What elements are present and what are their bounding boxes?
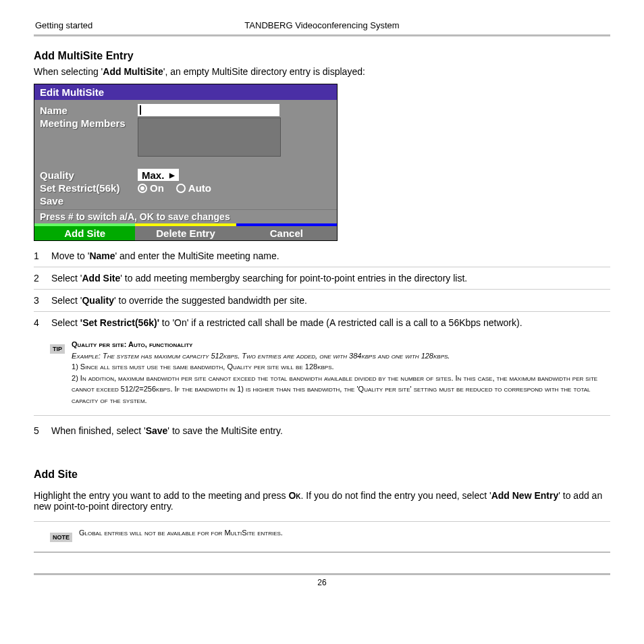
- delete-entry-button[interactable]: Delete Entry: [135, 223, 236, 240]
- quality-selector[interactable]: Max. ▶: [138, 169, 179, 181]
- page-number: 26: [34, 578, 610, 587]
- add-site-button[interactable]: Add Site: [34, 223, 135, 240]
- step-3: 3 Select 'Quality' to override the sugge…: [34, 290, 610, 312]
- step-1: 1 Move to 'Name' and enter the MultiSite…: [34, 245, 610, 267]
- intro-text: When selecting 'Add MultiSite', an empty…: [34, 66, 610, 77]
- edit-multisite-dialog: Edit MultiSite Name Meeting Members Qual…: [34, 84, 338, 241]
- dialog-title: Edit MultiSite: [34, 84, 337, 100]
- name-input[interactable]: [138, 104, 279, 116]
- section-title-add-site: Add Site: [34, 468, 610, 481]
- restrict-auto-radio[interactable]: Auto: [176, 182, 211, 194]
- steps-list: 1 Move to 'Name' and enter the MultiSite…: [34, 245, 610, 333]
- step-5: 5 When finished, select 'Save' to save t…: [34, 416, 610, 441]
- members-listbox[interactable]: [138, 117, 281, 157]
- tip-line3: 2) In addition, maximum bandwidth per si…: [72, 373, 610, 406]
- tip-title: Quality per site: Auto, functionality: [72, 339, 610, 350]
- footer-rule: [34, 573, 610, 575]
- header-center: TANDBERG Videoconferencing System: [244, 20, 399, 30]
- dialog-hint: Press # to switch a/A, OK to save change…: [34, 209, 337, 223]
- note-box: NOTE Global entries will not be availabl…: [34, 522, 610, 553]
- tip-badge: TIP: [50, 344, 65, 354]
- tip-line2: 1) Since all sites must use the same ban…: [72, 361, 610, 373]
- restrict-on-radio[interactable]: On: [138, 182, 164, 194]
- chevron-right-icon: ▶: [169, 171, 175, 179]
- note-text: Global entries will not be available for…: [79, 527, 283, 542]
- label-quality: Quality: [40, 169, 138, 181]
- steps-list-2: 5 When finished, select 'Save' to save t…: [34, 416, 610, 441]
- cancel-button[interactable]: Cancel: [236, 223, 337, 240]
- note-badge: NOTE: [50, 533, 72, 542]
- tip-box: TIP Quality per site: Auto, functionalit…: [34, 333, 610, 416]
- section-title-add-multisite: Add MultiSite Entry: [34, 50, 610, 62]
- tip-line1: Example: The system has maximum capacity…: [72, 352, 450, 360]
- step-2: 2 Select 'Add Site' to add meeting membe…: [34, 267, 610, 290]
- add-site-body: Highlight the entry you want to add to t…: [34, 490, 610, 512]
- label-members: Meeting Members: [40, 117, 138, 129]
- label-save[interactable]: Save: [40, 195, 138, 207]
- page-header: Getting started TANDBERG Videoconferenci…: [34, 20, 610, 33]
- header-left: Getting started: [35, 20, 92, 30]
- label-restrict: Set Restrict(56k): [40, 182, 138, 194]
- step-4: 4 Select 'Set Restrict(56k)' to 'On' if …: [34, 312, 610, 333]
- label-name: Name: [40, 105, 138, 116]
- header-rule: [34, 34, 610, 36]
